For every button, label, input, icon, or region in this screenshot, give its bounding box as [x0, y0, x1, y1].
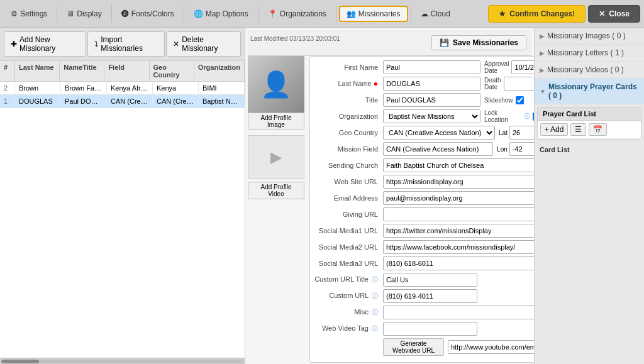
save-icon: 💾 [440, 38, 449, 47]
generate-webvideo-button[interactable]: Generate Webvideo URL [383, 338, 444, 356]
missionary-images-label: Missionary Images ( 0 ) [547, 31, 626, 40]
video-placeholder-icon: ▶ [270, 148, 282, 166]
website-url-input[interactable] [383, 175, 534, 189]
custom-url-title-label: Custom URL Title ⓘ [314, 275, 383, 284]
web-video-tag-input[interactable] [383, 322, 477, 336]
slideshow-checkbox[interactable] [516, 96, 524, 104]
row-num: 1 [0, 95, 15, 108]
save-missionaries-button[interactable]: 💾 Save Missionaries [431, 35, 526, 50]
row-field: CAN (Creative Ac [107, 95, 153, 108]
geo-country-label: Geo Country [314, 129, 383, 136]
import-missionaries-label: Import Missionaries [101, 35, 158, 53]
lat-label: Lat [499, 130, 508, 136]
organization-row: Organization Baptist New Missions Lock L… [314, 109, 534, 123]
bottom-scrollbar[interactable] [0, 358, 245, 364]
card-list-label: Card List [535, 142, 644, 157]
add-missionary-button[interactable]: ✚ Add New Missionary [4, 31, 86, 57]
missionary-videos-item[interactable]: ▶ Missionary Videos ( 0 ) [535, 62, 644, 79]
add-card-button[interactable]: + Add [540, 123, 568, 136]
org-icon: 📍 [268, 9, 277, 18]
missionary-letters-label: Missionary Letters ( 1 ) [547, 48, 624, 57]
delete-missionary-label: Delete Missionary [182, 35, 234, 53]
toolbar-separator-5 [336, 5, 336, 23]
website-url-row: Web Site URL [314, 175, 534, 189]
custom-url-info-icon: ⓘ [372, 292, 378, 299]
lat-input[interactable] [509, 126, 534, 140]
lock-location-area: Lock Location ⓘ [484, 109, 534, 123]
email-label: Email Address [314, 194, 383, 202]
lock-info-icon: ⓘ [524, 112, 530, 121]
delete-missionary-button[interactable]: ✕ Delete Missionary [166, 31, 241, 57]
title-input[interactable] [383, 93, 480, 107]
image-column: 👤 Add Profile Image ▶ Add Profile Video [248, 56, 304, 364]
fonts-colors-button[interactable]: 🅐 Fonts/Colors [114, 6, 181, 21]
close-icon: ✕ [599, 9, 605, 18]
misc-input[interactable] [383, 306, 534, 319]
misc-info-icon: ⓘ [372, 309, 378, 316]
cloud-label: Cloud [431, 9, 450, 18]
cloud-button[interactable]: ☁ Cloud [414, 6, 457, 21]
settings-button[interactable]: ⚙ Settings [4, 6, 54, 21]
social3-input[interactable] [383, 256, 534, 270]
import-missionaries-button[interactable]: ⤵ Import Missionaries [87, 31, 165, 57]
main-layout: ✚ Add New Missionary ⤵ Import Missionari… [0, 28, 644, 364]
table-row[interactable]: 2 Brown Brown Family to Kenya Africa Ken… [0, 82, 245, 95]
delete-icon: ✕ [173, 40, 179, 48]
custom-url-input[interactable] [383, 289, 477, 303]
approval-date-input[interactable] [511, 60, 534, 74]
add-profile-image-button[interactable]: Add Profile Image [248, 113, 304, 130]
map-options-button[interactable]: 🌐 Map Options [187, 6, 255, 21]
col-organization: Organization [194, 61, 245, 81]
webvideo-url-input[interactable] [448, 340, 534, 354]
missionaries-button[interactable]: 👥 Missionaries [339, 6, 408, 22]
giving-url-input[interactable] [383, 207, 534, 221]
missionary-prayer-cards-item[interactable]: ▼ Missionary Prayer Cards ( 0 ) [535, 79, 644, 104]
death-date-input[interactable] [504, 77, 534, 91]
social2-input[interactable] [383, 240, 534, 254]
approval-date-area: Approval Date [484, 60, 534, 74]
last-modified: Last Modified 03/13/23 20:03:01 [250, 33, 340, 53]
row-last-name: Brown [15, 82, 61, 94]
confirm-button[interactable]: ★ Confirm Changes! [488, 5, 586, 23]
custom-url-title-input[interactable] [383, 273, 477, 287]
list-view-button[interactable]: ☰ [570, 123, 586, 136]
missionary-letters-item[interactable]: ▶ Missionary Letters ( 1 ) [535, 45, 644, 62]
missionary-videos-label: Missionary Videos ( 0 ) [547, 65, 624, 74]
add-missionary-label: Add New Missionary [19, 35, 79, 53]
fonts-icon: 🅐 [121, 9, 129, 18]
row-geo-country: CAN (Creative Access [153, 95, 199, 108]
chevron-right-icon: ▶ [540, 33, 545, 40]
social1-label: Social Media1 URL [314, 227, 383, 234]
organizations-button[interactable]: 📍 Organizations [261, 6, 333, 21]
chevron-right-icon: ▶ [540, 50, 545, 57]
missionary-images-item[interactable]: ▶ Missionary Images ( 0 ) [535, 28, 644, 45]
custom-url-title-info-icon: ⓘ [372, 276, 378, 283]
display-button[interactable]: 🖥 Display [60, 6, 108, 21]
social1-input[interactable] [383, 224, 534, 238]
prayer-card-list: Prayer Card List + Add ☰ 📅 [537, 107, 641, 140]
geo-country-select[interactable]: CAN (Creative Access Nation) [383, 126, 495, 140]
close-button[interactable]: ✕ Close [588, 5, 640, 23]
social2-row: Social Media2 URL [314, 240, 534, 254]
table-body: 2 Brown Brown Family to Kenya Africa Ken… [0, 82, 245, 358]
last-name-input[interactable] [383, 77, 480, 91]
last-name-row: Last Name ● Death Date [314, 77, 534, 91]
lon-input[interactable] [509, 142, 534, 156]
sending-church-input[interactable] [383, 158, 534, 172]
col-num: # [0, 61, 15, 81]
calendar-button[interactable]: 📅 [589, 123, 607, 136]
left-panel: ✚ Add New Missionary ⤵ Import Missionari… [0, 28, 245, 364]
toolbar-separator-6 [411, 5, 411, 23]
email-input[interactable] [383, 191, 534, 205]
giving-url-row: Giving URL [314, 207, 534, 221]
last-name-label: Last Name ● [314, 79, 383, 88]
organization-select[interactable]: Baptist New Missions [383, 109, 480, 123]
action-bar: ✚ Add New Missionary ⤵ Import Missionari… [0, 28, 245, 61]
add-profile-video-button[interactable]: Add Profile Video [248, 182, 304, 199]
confirm-label: Confirm Changes! [509, 9, 575, 18]
first-name-input[interactable] [383, 60, 480, 74]
scrollbar-thumb[interactable] [1, 360, 39, 363]
mission-field-input[interactable] [383, 142, 493, 156]
toolbar-separator [57, 5, 57, 23]
table-row[interactable]: 1 DOUGLAS Paul DOUGLAS CAN (Creative Ac … [0, 95, 245, 108]
